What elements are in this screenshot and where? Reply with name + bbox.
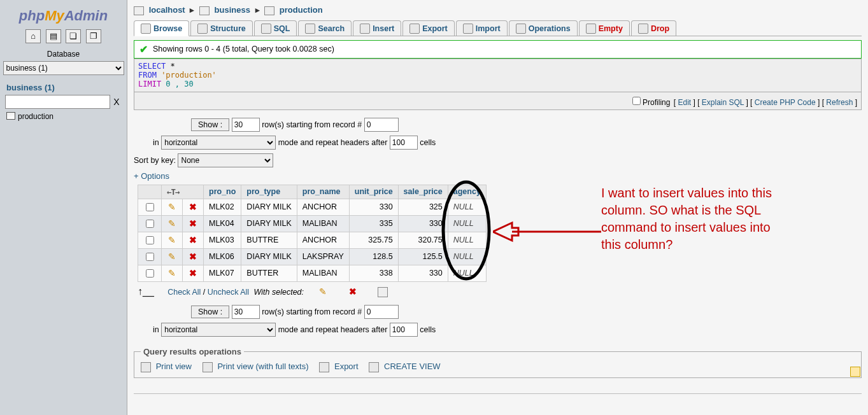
tab-search[interactable]: Search bbox=[298, 20, 352, 36]
repeat-headers-input[interactable] bbox=[390, 136, 418, 150]
delete-row-icon[interactable]: ✖ bbox=[188, 202, 198, 212]
tab-insert[interactable]: Insert bbox=[353, 20, 401, 36]
rows-count-input[interactable] bbox=[232, 118, 260, 132]
empty-icon bbox=[586, 24, 596, 34]
edit-row-icon[interactable]: ✎ bbox=[167, 235, 177, 245]
structure-icon bbox=[197, 24, 208, 34]
annotation-text: I want to insert values into this column… bbox=[601, 185, 779, 253]
col-pro_name[interactable]: pro_name bbox=[297, 185, 349, 199]
cell-pro_no: MLK04 bbox=[204, 215, 241, 232]
sidebar-table-production[interactable]: production bbox=[3, 110, 124, 122]
tab-operations[interactable]: Operations bbox=[509, 20, 578, 36]
insert-icon bbox=[360, 24, 370, 34]
refresh-link[interactable]: Refresh bbox=[826, 98, 853, 107]
success-message: ✔ Showing rows 0 - 4 (5 total, Query too… bbox=[134, 40, 862, 59]
svg-marker-2 bbox=[493, 223, 518, 241]
sql-window-icon[interactable]: ▤ bbox=[46, 29, 61, 43]
success-text: Showing rows 0 - 4 (5 total, Query took … bbox=[153, 45, 334, 53]
row-checkbox[interactable] bbox=[146, 203, 154, 211]
clear-filter-icon[interactable]: X bbox=[110, 97, 122, 107]
export-selected-icon[interactable] bbox=[378, 287, 388, 297]
start-record-input-2[interactable] bbox=[364, 305, 399, 319]
cell-pro_type: BUTTER bbox=[241, 265, 297, 281]
sort-by-key-select[interactable]: None bbox=[178, 153, 273, 167]
row-checkbox[interactable] bbox=[146, 236, 154, 244]
options-toggle[interactable]: + Options bbox=[134, 171, 169, 181]
note-icon[interactable] bbox=[850, 367, 860, 377]
delete-row-icon[interactable]: ✖ bbox=[188, 268, 198, 278]
row-checkbox[interactable] bbox=[146, 220, 154, 228]
tab-drop[interactable]: Drop bbox=[631, 20, 676, 36]
tab-import[interactable]: Import bbox=[456, 20, 508, 36]
uncheck-all-link[interactable]: Uncheck All bbox=[208, 288, 249, 297]
create-php-code-link[interactable]: Create PHP Code bbox=[755, 98, 816, 107]
export-link[interactable]: Export bbox=[334, 362, 359, 371]
cell-pro_name: ANCHOR bbox=[297, 199, 349, 215]
change-selected-icon[interactable]: ✎ bbox=[318, 286, 328, 297]
delete-row-icon[interactable]: ✖ bbox=[188, 235, 198, 245]
query-icon[interactable]: ❐ bbox=[86, 29, 101, 43]
cell-pro_type: DIARY MILK bbox=[241, 215, 297, 232]
edit-row-icon[interactable]: ✎ bbox=[167, 202, 177, 212]
breadcrumb-table[interactable]: production bbox=[280, 5, 323, 15]
ops-legend: Query results operations bbox=[141, 347, 244, 356]
cell-unit_price: 335 bbox=[349, 215, 398, 232]
col-pro_type[interactable]: pro_type bbox=[241, 185, 297, 199]
export-icon bbox=[319, 362, 329, 372]
print-view-full-link[interactable]: Print view (with full texts) bbox=[217, 362, 308, 371]
display-mode-select[interactable]: horizontal bbox=[161, 136, 276, 150]
start-record-input[interactable] bbox=[364, 118, 399, 132]
delete-row-icon[interactable]: ✖ bbox=[188, 251, 198, 262]
database-select[interactable]: business (1) bbox=[3, 61, 124, 75]
table-filter-input[interactable] bbox=[5, 95, 110, 109]
drop-icon bbox=[638, 24, 648, 34]
tab-structure[interactable]: Structure bbox=[190, 20, 253, 36]
sort-label: Sort by key: bbox=[134, 156, 176, 165]
tab-browse[interactable]: Browse bbox=[134, 20, 189, 36]
repeat-headers-input-2[interactable] bbox=[390, 323, 418, 337]
check-all-link[interactable]: Check All bbox=[167, 288, 201, 297]
search-icon bbox=[305, 24, 315, 34]
table-icon bbox=[6, 112, 15, 120]
row-checkbox[interactable] bbox=[146, 253, 154, 261]
database-label: Database bbox=[3, 50, 124, 59]
edit-row-icon[interactable]: ✎ bbox=[167, 251, 177, 262]
cell-sale_price: 330 bbox=[398, 215, 448, 232]
edit-query-link[interactable]: Edit bbox=[678, 98, 691, 107]
results-table: ←T→ pro_no pro_type pro_name unit_price … bbox=[138, 185, 487, 282]
print-view-link[interactable]: Print view bbox=[156, 362, 192, 371]
rows-count-input-2[interactable] bbox=[232, 305, 260, 319]
docs-icon[interactable]: ❏ bbox=[66, 29, 81, 43]
cell-agency: NULL bbox=[448, 265, 486, 281]
repeat-text: mode and repeat headers after bbox=[278, 138, 388, 147]
col-agency[interactable]: agency bbox=[448, 185, 486, 199]
show-button[interactable]: Show : bbox=[191, 118, 229, 131]
delete-selected-icon[interactable]: ✖ bbox=[348, 286, 358, 297]
col-unit_price[interactable]: unit_price bbox=[349, 185, 398, 199]
table-row: ✎✖MLK07BUTTERMALIBAN338330NULL bbox=[138, 265, 487, 281]
in-text: in bbox=[153, 138, 159, 147]
explain-sql-link[interactable]: Explain SQL bbox=[702, 98, 744, 107]
col-pro_no[interactable]: pro_no bbox=[204, 185, 241, 199]
breadcrumb-server[interactable]: localhost bbox=[149, 5, 185, 15]
col-sale_price[interactable]: sale_price bbox=[398, 185, 448, 199]
home-icon[interactable]: ⌂ bbox=[25, 29, 41, 43]
db-link-business[interactable]: business (1) bbox=[3, 81, 124, 94]
breadcrumb-database[interactable]: business bbox=[215, 5, 250, 15]
tab-export[interactable]: Export bbox=[402, 20, 455, 36]
tab-sql[interactable]: SQL bbox=[254, 20, 297, 36]
phpmyadmin-logo[interactable]: phpMyAdmin bbox=[3, 8, 124, 24]
actions-header: ←T→ bbox=[162, 185, 204, 199]
edit-row-icon[interactable]: ✎ bbox=[167, 218, 177, 229]
display-mode-select-2[interactable]: horizontal bbox=[161, 323, 276, 337]
select-all-header bbox=[138, 185, 162, 199]
table-row: ✎✖MLK03BUTTREANCHOR325.75320.75NULL bbox=[138, 232, 487, 248]
create-view-link[interactable]: CREATE VIEW bbox=[384, 362, 441, 371]
edit-row-icon[interactable]: ✎ bbox=[167, 268, 177, 278]
show-button-2[interactable]: Show : bbox=[191, 306, 229, 318]
profiling-checkbox[interactable]: Profiling bbox=[630, 98, 670, 107]
row-checkbox[interactable] bbox=[146, 269, 154, 278]
delete-row-icon[interactable]: ✖ bbox=[188, 218, 198, 229]
cell-unit_price: 338 bbox=[349, 265, 398, 281]
tab-empty[interactable]: Empty bbox=[579, 20, 630, 36]
